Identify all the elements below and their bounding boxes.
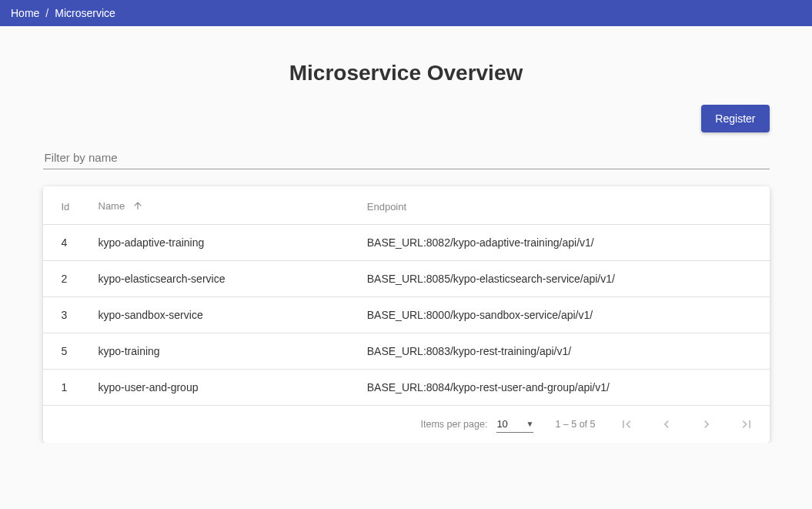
cell-name: kypo-adaptive-training [89, 225, 358, 261]
table-row[interactable]: 2kypo-elasticsearch-serviceBASE_URL:8085… [43, 261, 770, 297]
breadcrumb-current: Microservice [55, 7, 115, 19]
column-header-id[interactable]: Id [43, 186, 89, 225]
cell-endpoint: BASE_URL:8084/kypo-rest-user-and-group/a… [358, 370, 770, 406]
last-page-button[interactable] [737, 415, 756, 434]
cell-endpoint: BASE_URL:8083/kypo-rest-training/api/v1/ [358, 333, 770, 370]
cell-name: kypo-user-and-group [89, 370, 358, 406]
cell-endpoint: BASE_URL:8000/kypo-sandbox-service/api/v… [358, 297, 770, 333]
first-page-button[interactable] [617, 415, 636, 434]
dropdown-caret-icon: ▼ [526, 420, 533, 428]
cell-id: 4 [43, 225, 89, 261]
microservice-table-card: Id Name Endpoint 4kypo-adaptive-training… [43, 186, 770, 443]
cell-name: kypo-elasticsearch-service [89, 261, 358, 297]
last-page-icon [739, 417, 754, 432]
filter-by-name-input[interactable] [43, 146, 770, 169]
page-size-value: 10 [496, 418, 507, 430]
page-range-label: 1 – 5 of 5 [555, 419, 595, 430]
register-button[interactable]: Register [701, 105, 769, 132]
cell-id: 5 [43, 333, 89, 370]
table-row[interactable]: 5kypo-trainingBASE_URL:8083/kypo-rest-tr… [43, 333, 770, 370]
cell-name: kypo-training [89, 333, 358, 370]
sort-ascending-icon [132, 200, 143, 213]
chevron-left-icon [659, 417, 674, 432]
chevron-right-icon [699, 417, 714, 432]
table-row[interactable]: 1kypo-user-and-groupBASE_URL:8084/kypo-r… [43, 370, 770, 406]
breadcrumb: Home / Microservice [0, 0, 812, 26]
previous-page-button[interactable] [657, 415, 676, 434]
cell-name: kypo-sandbox-service [89, 297, 358, 333]
items-per-page-label: Items per page: [421, 419, 488, 430]
page-title: Microservice Overview [43, 61, 770, 85]
next-page-button[interactable] [697, 415, 716, 434]
paginator: Items per page: 10 ▼ 1 – 5 of 5 [43, 406, 770, 443]
breadcrumb-separator: / [45, 7, 48, 19]
microservice-table: Id Name Endpoint 4kypo-adaptive-training… [43, 186, 770, 406]
cell-id: 1 [43, 370, 89, 406]
first-page-icon [619, 417, 634, 432]
cell-endpoint: BASE_URL:8082/kypo-adaptive-training/api… [358, 225, 770, 261]
breadcrumb-home-link[interactable]: Home [11, 7, 39, 19]
column-header-name-label: Name [99, 200, 125, 212]
cell-id: 2 [43, 261, 89, 297]
table-row[interactable]: 3kypo-sandbox-serviceBASE_URL:8000/kypo-… [43, 297, 770, 333]
cell-endpoint: BASE_URL:8085/kypo-elasticsearch-service… [358, 261, 770, 297]
page-size-select[interactable]: 10 ▼ [496, 416, 533, 433]
column-header-name[interactable]: Name [89, 186, 358, 225]
table-row[interactable]: 4kypo-adaptive-trainingBASE_URL:8082/kyp… [43, 225, 770, 261]
column-header-endpoint[interactable]: Endpoint [358, 186, 770, 225]
cell-id: 3 [43, 297, 89, 333]
